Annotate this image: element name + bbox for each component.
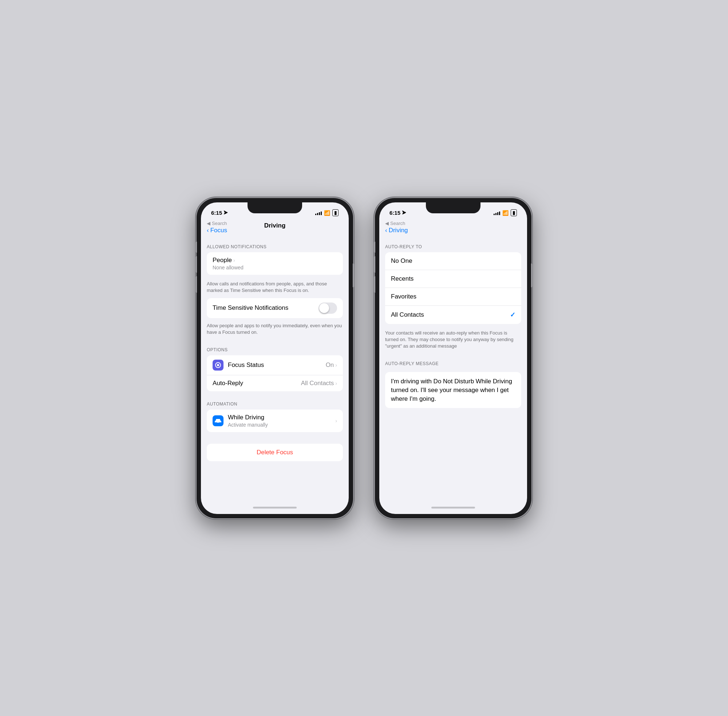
notch bbox=[247, 202, 302, 213]
search-back-label-right: ◀ Search bbox=[385, 221, 521, 226]
option-recents[interactable]: Recents bbox=[385, 270, 521, 288]
home-bar-right bbox=[431, 507, 475, 508]
option-all-contacts-label: All Contacts bbox=[391, 311, 510, 319]
status-icons-left: 📶 ▮ bbox=[315, 209, 338, 216]
wifi-icon: 📶 bbox=[324, 210, 330, 216]
focus-status-chevron: › bbox=[335, 362, 337, 368]
focus-status-label: Focus Status bbox=[228, 361, 326, 369]
nav-bar-right: ◀ Search ‹ Driving bbox=[379, 220, 527, 237]
home-indicator-left bbox=[201, 502, 349, 514]
message-card[interactable]: I'm driving with Do Not Disturb While Dr… bbox=[385, 372, 521, 408]
auto-reply-chevron: › bbox=[335, 381, 337, 386]
location-icon-right: ⮞ bbox=[402, 210, 406, 215]
automation-card: While Driving Activate manually › bbox=[207, 410, 343, 432]
signal-bar-1 bbox=[315, 214, 316, 215]
while-driving-chevron: › bbox=[335, 418, 337, 424]
automation-header: AUTOMATION bbox=[201, 394, 349, 410]
signal-bar-r1 bbox=[494, 214, 495, 215]
time-sensitive-row[interactable]: Time Sensitive Notifications bbox=[207, 298, 343, 318]
volume-down-button-right[interactable] bbox=[374, 276, 375, 293]
signal-bars bbox=[315, 211, 322, 215]
home-bar-left bbox=[253, 507, 297, 508]
right-content: AUTO-REPLY TO No One Recents Favorites A… bbox=[379, 237, 527, 502]
delete-row[interactable]: Delete Focus bbox=[207, 444, 343, 461]
signal-bar-2 bbox=[317, 213, 318, 215]
people-chevron: › bbox=[233, 257, 235, 263]
status-time-right: 6:15 ⮞ bbox=[390, 210, 406, 216]
silent-switch-right bbox=[374, 242, 375, 253]
back-label-left: Focus bbox=[211, 227, 227, 234]
option-no-one[interactable]: No One bbox=[385, 252, 521, 270]
notch-right bbox=[426, 202, 481, 213]
svg-point-3 bbox=[215, 422, 217, 423]
back-chevron-right: ‹ bbox=[385, 227, 387, 234]
right-phone-screen: 6:15 ⮞ 📶 ▮ ◀ Search ‹ D bbox=[379, 202, 527, 514]
back-label-right: Driving bbox=[389, 227, 408, 234]
time-display-right: 6:15 bbox=[390, 210, 400, 216]
search-back-chevron-right: ◀ bbox=[385, 221, 389, 226]
time-sensitive-helper: Allow people and apps to notify you imme… bbox=[201, 321, 349, 340]
focus-status-row[interactable]: Focus Status On › bbox=[207, 355, 343, 375]
option-all-contacts[interactable]: All Contacts ✓ bbox=[385, 306, 521, 324]
svg-point-4 bbox=[220, 422, 221, 423]
time-display: 6:15 bbox=[211, 210, 222, 216]
people-label: People bbox=[212, 256, 232, 264]
signal-bar-4 bbox=[321, 211, 322, 215]
people-row[interactable]: People › None allowed bbox=[207, 252, 343, 275]
left-phone: 6:15 ⮞ 📶 ▮ ◀ Search bbox=[197, 198, 353, 518]
back-button-right[interactable]: ‹ Driving bbox=[385, 227, 521, 234]
signal-bars-right bbox=[494, 211, 500, 215]
signal-bar-r4 bbox=[499, 211, 500, 215]
while-driving-label: While Driving bbox=[228, 414, 335, 421]
back-chevron-left: ‹ bbox=[207, 227, 209, 234]
back-button-left[interactable]: ‹ Focus bbox=[207, 227, 227, 234]
right-phone: 6:15 ⮞ 📶 ▮ ◀ Search ‹ D bbox=[375, 198, 531, 518]
volume-up-button[interactable] bbox=[196, 256, 197, 273]
people-helper-text: Allow calls and notifications from peopl… bbox=[201, 278, 349, 298]
auto-reply-message-header: AUTO-REPLY MESSAGE bbox=[379, 354, 527, 369]
battery-icon: ▮ bbox=[332, 209, 338, 216]
search-back-chevron: ◀ bbox=[207, 221, 211, 226]
battery-icon-right: ▮ bbox=[511, 209, 517, 216]
people-card: People › None allowed bbox=[207, 252, 343, 275]
focus-status-icon bbox=[212, 360, 223, 370]
auto-reply-footer-text: Your contacts will receive an auto-reply… bbox=[379, 327, 527, 354]
left-content: ALLOWED NOTIFICATIONS People › None allo… bbox=[201, 237, 349, 502]
option-favorites-label: Favorites bbox=[391, 293, 516, 300]
people-sublabel: None allowed bbox=[212, 265, 244, 270]
power-button-right[interactable] bbox=[531, 264, 532, 287]
power-button[interactable] bbox=[353, 264, 354, 287]
wifi-icon-right: 📶 bbox=[502, 210, 508, 216]
auto-reply-row[interactable]: Auto-Reply All Contacts › bbox=[207, 375, 343, 391]
volume-up-button-right[interactable] bbox=[374, 256, 375, 273]
nav-bar-left: ◀ Search ‹ Focus Driving bbox=[201, 220, 349, 237]
status-icons-right: 📶 ▮ bbox=[494, 209, 517, 216]
option-recents-label: Recents bbox=[391, 275, 516, 282]
search-label: Search bbox=[212, 221, 227, 226]
option-no-one-label: No One bbox=[391, 257, 516, 265]
options-header: OPTIONS bbox=[201, 340, 349, 355]
signal-bar-r2 bbox=[495, 213, 496, 215]
time-sensitive-toggle[interactable] bbox=[318, 302, 337, 314]
while-driving-stack: While Driving Activate manually bbox=[228, 414, 335, 428]
while-driving-row[interactable]: While Driving Activate manually › bbox=[207, 410, 343, 432]
location-icon: ⮞ bbox=[223, 210, 228, 215]
home-indicator-right bbox=[379, 502, 527, 514]
search-label-right: Search bbox=[390, 221, 405, 226]
message-text: I'm driving with Do Not Disturb While Dr… bbox=[391, 377, 516, 403]
delete-label: Delete Focus bbox=[256, 449, 293, 456]
auto-reply-options-card: No One Recents Favorites All Contacts ✓ bbox=[385, 252, 521, 324]
svg-point-1 bbox=[217, 364, 219, 366]
allowed-notifications-header: ALLOWED NOTIFICATIONS bbox=[201, 237, 349, 252]
while-driving-icon bbox=[212, 415, 223, 426]
status-time-left: 6:15 ⮞ bbox=[211, 210, 228, 216]
delete-card: Delete Focus bbox=[207, 444, 343, 461]
time-sensitive-card: Time Sensitive Notifications bbox=[207, 298, 343, 318]
volume-down-button[interactable] bbox=[196, 276, 197, 293]
signal-bar-3 bbox=[319, 212, 320, 215]
all-contacts-checkmark: ✓ bbox=[510, 311, 516, 319]
search-back-label: ◀ Search bbox=[207, 221, 343, 226]
silent-switch bbox=[196, 242, 197, 253]
option-favorites[interactable]: Favorites bbox=[385, 288, 521, 306]
signal-bar-r3 bbox=[497, 212, 498, 215]
